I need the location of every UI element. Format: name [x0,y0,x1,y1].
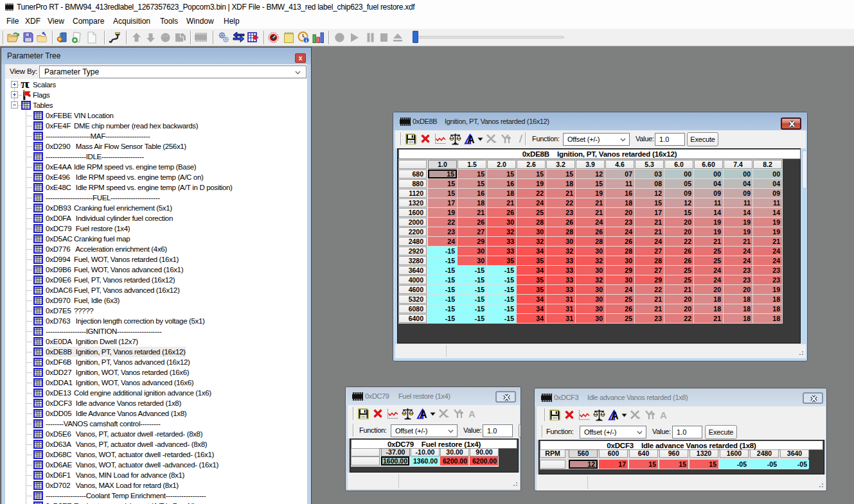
svg-text:A: A [467,134,475,145]
svg-text:A: A [468,408,476,419]
svg-text:π: π [21,80,29,90]
svg-text:A: A [611,410,619,421]
svg-text:A: A [420,409,427,420]
svg-text:A: A [660,410,667,420]
